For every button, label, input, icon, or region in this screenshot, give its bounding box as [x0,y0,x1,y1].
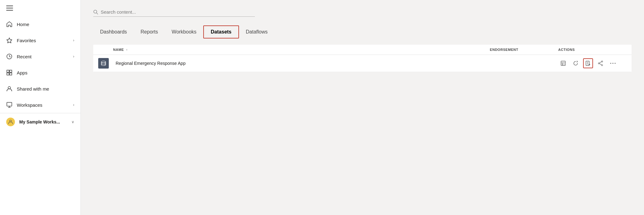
chevron-right-icon: › [73,103,74,107]
svg-rect-5 [10,70,12,72]
sidebar-item-workspace-current[interactable]: My Sample Works... ∨ [0,113,80,131]
share-button[interactable] [596,58,605,68]
workspace-icon [6,102,12,108]
svg-point-15 [101,61,106,63]
svg-line-25 [564,64,565,65]
svg-point-19 [101,64,106,66]
hamburger-icon [6,6,13,11]
svg-line-14 [97,13,98,14]
svg-line-36 [600,64,601,65]
table-header: NAME ↑ ENDORSEMENT ACTIONS [93,45,632,55]
tab-datasets[interactable]: Datasets [203,25,239,38]
svg-rect-6 [7,73,9,75]
home-icon [6,21,12,27]
svg-line-23 [562,64,562,65]
more-icon [610,63,616,64]
col-name-header[interactable]: NAME ↑ [113,48,490,52]
svg-rect-9 [7,102,12,106]
svg-line-3 [9,56,11,57]
person-icon [6,86,12,92]
tab-reports[interactable]: Reports [134,26,165,38]
sidebar-workspaces-label: Workspaces [17,102,42,108]
col-endorsement-header: ENDORSEMENT [490,48,558,52]
sidebar-item-favorites[interactable]: Favorites › [0,32,80,48]
share-icon [598,60,603,66]
dataset-icon [98,58,109,69]
refresh-button[interactable] [571,58,581,68]
more-button[interactable] [608,58,618,68]
chevron-right-icon: › [73,54,74,59]
col-icon-header [98,48,113,52]
svg-point-39 [615,63,616,64]
sidebar-nav: Home Favorites › Recent › [0,16,80,215]
sidebar-item-shared[interactable]: Shared with me [0,81,80,97]
analyze-button[interactable] [558,58,568,68]
grid-icon [6,69,12,76]
svg-rect-7 [10,73,12,75]
row-actions [558,58,627,68]
sidebar-shared-label: Shared with me [17,86,49,92]
sidebar-home-label: Home [17,22,29,27]
col-actions-header: ACTIONS [558,48,627,52]
workspace-current-label: My Sample Works... [19,119,60,124]
sidebar-item-recent[interactable]: Recent › [0,48,80,65]
sidebar-recent-label: Recent [17,54,32,59]
svg-point-34 [598,63,600,64]
tab-dataflows[interactable]: Dataflows [239,26,274,38]
dataset-name[interactable]: Regional Emergency Response App [113,61,490,66]
svg-point-18 [101,63,106,64]
chevron-right-icon: › [73,38,74,43]
create-report-button[interactable] [583,58,593,68]
svg-marker-0 [7,38,12,43]
svg-point-37 [610,63,611,64]
table-row: Regional Emergency Response App [93,55,632,72]
clock-icon [6,53,12,60]
svg-line-35 [600,62,601,63]
refresh-icon [573,60,578,66]
search-bar [93,9,255,17]
sidebar-favorites-label: Favorites [17,38,36,43]
sidebar-item-home[interactable]: Home [0,16,80,32]
sidebar-apps-label: Apps [17,70,27,75]
analyze-icon [560,60,566,66]
sort-asc-icon: ↑ [126,48,128,52]
tab-workbooks[interactable]: Workbooks [165,26,203,38]
star-icon [6,37,12,43]
sidebar-item-workspaces[interactable]: Workspaces › [0,97,80,113]
svg-point-13 [94,10,97,13]
svg-rect-20 [561,61,565,65]
workspace-avatar [6,118,15,126]
tab-dashboards[interactable]: Dashboards [93,26,134,38]
svg-point-12 [10,120,12,122]
sidebar-item-apps[interactable]: Apps [0,65,80,81]
search-icon [93,10,98,15]
datasets-table: NAME ↑ ENDORSEMENT ACTIONS [93,45,632,72]
svg-point-38 [613,63,614,64]
svg-point-32 [601,61,603,62]
main-content: Dashboards Reports Workbooks Datasets Da… [81,0,644,215]
chevron-down-icon: ∨ [71,120,74,124]
create-report-icon [585,60,591,66]
svg-rect-4 [7,70,9,72]
svg-point-33 [601,65,603,66]
tabs-bar: Dashboards Reports Workbooks Datasets Da… [93,25,632,38]
hamburger-button[interactable] [0,0,80,16]
search-input[interactable] [101,9,213,15]
sidebar: Home Favorites › Recent › [0,0,81,215]
